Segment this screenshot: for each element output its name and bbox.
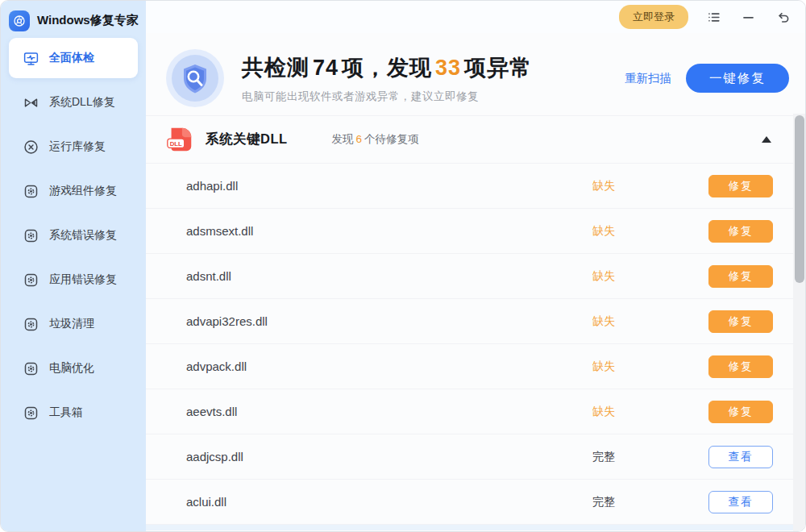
sidebar-item-runtime-repair[interactable]: 运行库修复 <box>9 127 138 167</box>
shield-search-icon <box>166 49 224 107</box>
collapse-section-button[interactable] <box>762 136 771 143</box>
fix-all-button[interactable]: 一键修复 <box>686 64 789 93</box>
status-badge: 缺失 <box>563 179 644 193</box>
gear-square-icon <box>23 183 39 200</box>
row-action-button[interactable]: 修复 <box>708 220 773 243</box>
minimize-icon <box>741 10 756 25</box>
monitor-pulse-icon <box>23 50 39 67</box>
abnormal-count: 33 <box>435 56 461 80</box>
gear-square-icon <box>23 360 39 377</box>
dll-name: adsnt.dll <box>186 269 563 283</box>
sidebar-item-label: 工具箱 <box>49 405 83 420</box>
sidebar-item-label: 系统错误修复 <box>49 228 117 243</box>
sidebar: Windows修复专家 全面体检 系统DLL修复 <box>1 1 146 531</box>
main-content: 共检测74项，发现33项异常 电脑可能出现软件或者游戏异常，建议立即修复 重新扫… <box>146 33 805 531</box>
sidebar-item-system-error-repair[interactable]: 系统错误修复 <box>9 215 138 256</box>
sidebar-item-label: 电脑优化 <box>49 361 94 376</box>
minimize-button[interactable] <box>739 8 758 27</box>
undo-arrow-icon <box>775 10 791 25</box>
scan-result-title: 共检测74项，发现33项异常 <box>242 53 532 82</box>
table-row: aeevts.dll 缺失 修复 <box>146 389 805 434</box>
dll-file-icon: DLL <box>164 124 195 155</box>
system-dll-section: DLL 系统关键DLL 发现6个待修复项 adhapi.dll 缺失 修复 ad… <box>146 115 805 530</box>
sidebar-item-label: 系统DLL修复 <box>49 95 115 110</box>
titlebar: 立即登录 <box>146 1 805 33</box>
sidebar-item-junk-clean[interactable]: 垃圾清理 <box>9 304 138 344</box>
dll-bowtie-icon <box>23 94 39 111</box>
dll-name: advpack.dll <box>186 360 563 373</box>
login-button[interactable]: 立即登录 <box>619 5 688 29</box>
scan-result-subtitle: 电脑可能出现软件或者游戏异常，建议立即修复 <box>242 89 532 104</box>
row-action-button[interactable]: 修复 <box>708 310 773 333</box>
sidebar-nav: 全面体检 系统DLL修复 运行库修复 <box>1 38 146 433</box>
row-action-button[interactable]: 查看 <box>708 491 773 513</box>
dll-name: aclui.dll <box>186 495 563 509</box>
menu-list-button[interactable] <box>704 8 723 27</box>
scrollbar[interactable] <box>793 114 805 531</box>
gear-square-icon <box>23 405 39 422</box>
sidebar-item-pc-optimize[interactable]: 电脑优化 <box>9 348 138 389</box>
row-action-button[interactable]: 修复 <box>708 355 773 378</box>
pending-repair-count: 发现6个待修复项 <box>332 132 419 147</box>
summary-actions: 重新扫描 一键修复 <box>625 64 789 93</box>
dll-list: adhapi.dll 缺失 修复 adsmsext.dll 缺失 修复 adsn… <box>146 163 805 530</box>
sidebar-item-label: 应用错误修复 <box>49 272 117 287</box>
status-badge: 缺失 <box>563 269 644 284</box>
row-action-button[interactable]: 修复 <box>708 265 773 288</box>
scan-summary-text: 共检测74项，发现33项异常 电脑可能出现软件或者游戏异常，建议立即修复 <box>242 53 532 104</box>
status-badge: 缺失 <box>563 314 644 329</box>
status-badge: 缺失 <box>563 360 644 374</box>
menu-list-icon <box>706 10 721 25</box>
dll-name: aadjcsp.dll <box>186 450 563 463</box>
table-row: adsnt.dll 缺失 修复 <box>146 253 805 298</box>
next-row-peek <box>146 524 805 530</box>
row-action-button[interactable]: 修复 <box>708 175 773 197</box>
sidebar-item-label: 全面体检 <box>49 51 94 65</box>
sidebar-item-app-error-repair[interactable]: 应用错误修复 <box>9 260 138 300</box>
table-row: aadjcsp.dll 完整 查看 <box>146 434 805 479</box>
undo-button[interactable] <box>774 8 792 27</box>
app-window: Windows修复专家 全面体检 系统DLL修复 <box>0 0 806 532</box>
row-action-button[interactable]: 查看 <box>708 446 773 468</box>
status-badge: 完整 <box>563 450 644 464</box>
total-count: 74 <box>313 56 339 80</box>
sidebar-item-system-dll-repair[interactable]: 系统DLL修复 <box>9 82 138 123</box>
rescan-button[interactable]: 重新扫描 <box>625 71 671 86</box>
section-title: 系统关键DLL <box>206 131 288 148</box>
table-row: adhapi.dll 缺失 修复 <box>146 163 805 208</box>
section-header: DLL 系统关键DLL 发现6个待修复项 <box>146 116 805 163</box>
chevron-up-icon <box>762 136 771 143</box>
circle-x-icon <box>23 139 39 156</box>
status-badge: 完整 <box>563 495 644 509</box>
gear-square-icon <box>23 316 39 333</box>
app-logo-icon <box>9 10 30 31</box>
table-row: advapi32res.dll 缺失 修复 <box>146 298 805 343</box>
table-row: aclui.dll 完整 查看 <box>146 479 805 524</box>
dll-name: aeevts.dll <box>186 405 563 418</box>
row-action-button[interactable]: 修复 <box>708 401 773 423</box>
app-brand: Windows修复专家 <box>1 1 146 33</box>
scan-summary: 共检测74项，发现33项异常 电脑可能出现软件或者游戏异常，建议立即修复 重新扫… <box>146 33 805 115</box>
status-badge: 缺失 <box>563 224 644 239</box>
sidebar-item-toolbox[interactable]: 工具箱 <box>9 393 138 433</box>
svg-text:DLL: DLL <box>170 140 182 148</box>
sidebar-item-game-component-repair[interactable]: 游戏组件修复 <box>9 171 138 211</box>
sidebar-item-label: 垃圾清理 <box>49 317 94 331</box>
table-row: advpack.dll 缺失 修复 <box>146 343 805 389</box>
sidebar-item-label: 游戏组件修复 <box>49 184 117 198</box>
gear-square-icon <box>23 272 39 289</box>
dll-name: advapi32res.dll <box>186 314 563 328</box>
scrollbar-thumb[interactable] <box>795 115 804 283</box>
app-title: Windows修复专家 <box>37 13 139 28</box>
dll-name: adsmsext.dll <box>186 224 563 238</box>
sidebar-item-label: 运行库修复 <box>49 139 106 154</box>
dll-name: adhapi.dll <box>186 179 563 193</box>
gear-square-icon <box>23 227 39 244</box>
sidebar-item-full-checkup[interactable]: 全面体检 <box>9 38 138 78</box>
status-badge: 缺失 <box>563 405 644 419</box>
table-row: adsmsext.dll 缺失 修复 <box>146 208 805 253</box>
